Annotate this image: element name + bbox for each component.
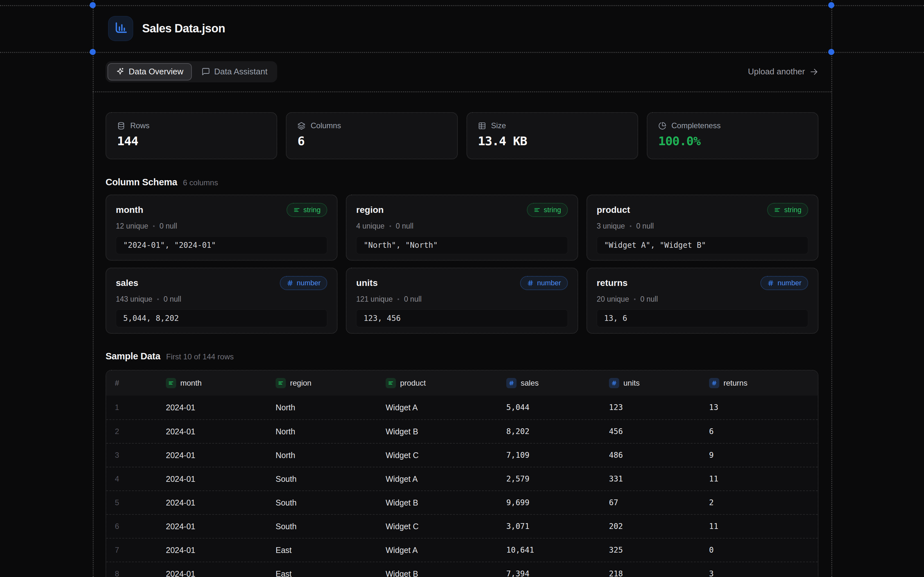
stat-card-size: Size 13.4 KB xyxy=(467,112,638,159)
table-row: 3 2024-01 North Widget C 7,109 486 9 xyxy=(106,443,818,467)
table-row: 7 2024-01 East Widget A 10,641 325 0 xyxy=(106,538,818,562)
content: Rows 144 Columns 6 xyxy=(93,91,831,577)
header-index: # xyxy=(115,379,166,388)
upload-another-link[interactable]: Upload another xyxy=(748,67,819,77)
dot-separator xyxy=(157,298,159,300)
text-lines-icon xyxy=(774,206,781,213)
table-icon xyxy=(478,122,486,130)
type-badge-label: number xyxy=(777,279,801,287)
pie-chart-icon xyxy=(658,122,666,130)
table-row: 6 2024-01 South Widget C 3,071 202 11 xyxy=(106,514,818,538)
text-lines-icon xyxy=(276,378,286,388)
sample-title: Sample Data xyxy=(105,351,160,362)
null-count: 0 null xyxy=(160,222,177,230)
tab-data-assistant[interactable]: Data Assistant xyxy=(194,63,275,81)
header: Sales Data.json xyxy=(93,5,831,52)
stats-row: Rows 144 Columns 6 xyxy=(105,112,819,159)
type-badge-label: string xyxy=(544,206,561,214)
tab-label: Data Assistant xyxy=(214,67,268,77)
null-count: 0 null xyxy=(164,295,181,303)
schema-section-header: Column Schema 6 columns xyxy=(105,177,819,187)
type-badge-label: number xyxy=(297,279,321,287)
hash-icon xyxy=(506,378,517,388)
sample-values: 13, 6 xyxy=(597,309,808,327)
tab-bar: Data Overview Data Assistant Upload anot… xyxy=(93,52,831,91)
upload-label: Upload another xyxy=(748,67,805,77)
header-month: month xyxy=(166,378,276,388)
hash-icon xyxy=(527,279,534,287)
header-product: product xyxy=(386,378,506,388)
table-row: 8 2024-01 East Widget B 7,394 218 3 xyxy=(106,562,818,577)
type-badge-string: string xyxy=(527,203,568,217)
unique-count: 20 unique xyxy=(597,295,629,303)
database-icon xyxy=(117,122,125,130)
null-count: 0 null xyxy=(404,295,422,303)
page-title: Sales Data.json xyxy=(142,22,225,35)
tab-data-overview[interactable]: Data Overview xyxy=(107,63,192,81)
tab-label: Data Overview xyxy=(129,67,184,77)
header-region: region xyxy=(276,378,386,388)
stat-label: Rows xyxy=(130,121,150,130)
null-count: 0 null xyxy=(636,222,654,230)
text-lines-icon xyxy=(386,378,396,388)
column-name: returns xyxy=(597,278,628,288)
column-name: month xyxy=(116,205,144,215)
column-name: product xyxy=(597,205,630,215)
stat-value-columns: 6 xyxy=(297,134,446,148)
type-badge-label: string xyxy=(784,206,801,214)
text-lines-icon xyxy=(166,378,176,388)
chat-bubble-icon xyxy=(202,67,210,76)
type-badge-label: number xyxy=(537,279,561,287)
table-row: 2 2024-01 North Widget B 8,202 456 6 xyxy=(106,419,818,443)
schema-card-units: units number 121 unique 0 null 123, 456 xyxy=(346,268,578,334)
unique-count: 4 unique xyxy=(356,222,384,230)
unique-count: 121 unique xyxy=(356,295,393,303)
dot-separator xyxy=(389,226,391,227)
schema-card-returns: returns number 20 unique 0 null 13, 6 xyxy=(586,268,819,334)
sample-values: "2024-01", "2024-01" xyxy=(116,236,327,254)
type-badge-number: number xyxy=(760,276,808,290)
null-count: 0 null xyxy=(396,222,414,230)
unique-count: 143 unique xyxy=(116,295,152,303)
text-lines-icon xyxy=(533,206,541,213)
dot-separator xyxy=(153,226,155,227)
type-badge-label: string xyxy=(304,206,321,214)
dot-separator xyxy=(634,298,636,300)
unique-count: 12 unique xyxy=(116,222,148,230)
type-badge-number: number xyxy=(520,276,568,290)
header-units: units xyxy=(609,378,709,388)
text-lines-icon xyxy=(293,206,300,213)
sample-values: "North", "North" xyxy=(356,236,567,254)
sample-values: 123, 456 xyxy=(356,309,567,327)
unique-count: 3 unique xyxy=(597,222,625,230)
app-frame: Sales Data.json Data Overview xyxy=(93,0,831,577)
table-row: 5 2024-01 South Widget B 9,699 67 2 xyxy=(106,490,818,514)
null-count: 0 null xyxy=(640,295,658,303)
guide-line-right xyxy=(831,0,832,577)
stat-value-completeness: 100.0% xyxy=(658,134,807,148)
hash-icon xyxy=(609,378,619,388)
schema-card-region: region string 4 unique 0 null "North", "… xyxy=(346,195,578,261)
table-row: 4 2024-01 South Widget A 2,579 331 11 xyxy=(106,467,818,490)
schema-grid: month string 12 unique 0 null "2024-01",… xyxy=(105,195,819,334)
schema-card-product: product string 3 unique 0 null "Widget A… xyxy=(586,195,819,261)
stat-label: Size xyxy=(491,121,506,130)
stat-card-completeness: Completeness 100.0% xyxy=(647,112,819,159)
tab-group: Data Overview Data Assistant xyxy=(105,61,277,82)
sparkles-icon xyxy=(116,67,124,76)
schema-subtitle: 6 columns xyxy=(183,178,218,187)
column-name: sales xyxy=(116,278,138,288)
hash-icon xyxy=(286,279,294,287)
layers-icon xyxy=(297,122,305,130)
stat-card-columns: Columns 6 xyxy=(286,112,457,159)
column-name: region xyxy=(356,205,384,215)
hash-icon xyxy=(709,378,719,388)
stat-value-rows: 144 xyxy=(117,134,266,148)
dot-separator xyxy=(397,298,399,300)
schema-title: Column Schema xyxy=(105,177,177,187)
type-badge-string: string xyxy=(286,203,328,217)
stat-label: Columns xyxy=(310,121,341,130)
header-sales: sales xyxy=(506,378,609,388)
sample-subtitle: First 10 of 144 rows xyxy=(166,352,234,361)
column-name: units xyxy=(356,278,378,288)
